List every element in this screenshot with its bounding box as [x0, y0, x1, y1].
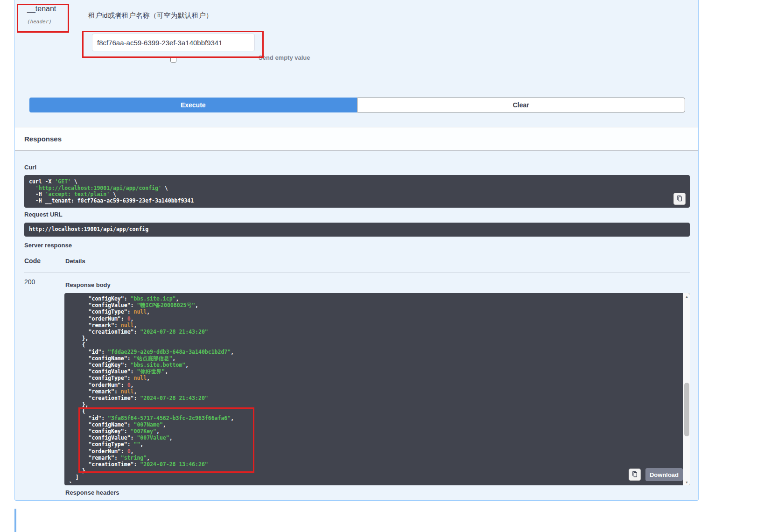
responses-title: Responses	[24, 135, 62, 143]
server-response-label: Server response	[24, 242, 72, 249]
swagger-page: __tenant (header) 租户id或者租户名称（可空为默认租户） Se…	[0, 0, 778, 532]
scroll-down-icon[interactable]: ▼	[683, 479, 690, 485]
curl-block: curl -X 'GET' \ 'http://localhost:19001/…	[24, 175, 690, 208]
response-body-scrollbar[interactable]: ▲ ▼	[683, 293, 690, 485]
scroll-up-icon[interactable]: ▲	[683, 293, 690, 300]
response-body-label: Response body	[65, 281, 111, 288]
request-url-label: Request URL	[24, 211, 63, 218]
curl-copy-button[interactable]	[673, 193, 686, 205]
details-column-header: Details	[65, 258, 85, 265]
action-button-row: Execute Clear	[29, 98, 685, 112]
request-url-text: http://localhost:19001/api/app/config	[29, 226, 148, 233]
annotation-rect-tenant-input	[82, 31, 264, 58]
clipboard-icon	[676, 195, 683, 203]
clipboard-icon	[631, 471, 638, 479]
code-column-header: Code	[24, 257, 41, 265]
status-code: 200	[24, 278, 35, 286]
execute-button[interactable]: Execute	[29, 98, 357, 112]
parameter-description: 租户id或者租户名称（可空为默认租户）	[88, 11, 213, 20]
clear-button[interactable]: Clear	[357, 98, 686, 112]
table-header-divider	[24, 273, 690, 273]
responses-section-header: Responses	[15, 127, 698, 151]
request-url-block: http://localhost:19001/api/app/config	[24, 223, 690, 237]
annotation-rect-tenant-param	[17, 4, 69, 33]
download-button[interactable]: Download	[645, 468, 683, 481]
curl-label: Curl	[24, 164, 36, 171]
send-empty-label: Send empty value	[259, 54, 310, 61]
curl-code: curl -X 'GET' \ 'http://localhost:19001/…	[29, 179, 685, 204]
response-headers-label: Response headers	[65, 489, 119, 496]
scrollbar-thumb[interactable]	[684, 383, 689, 436]
next-opblock-edge	[14, 509, 16, 532]
annotation-rect-json-object	[78, 407, 254, 473]
response-copy-button[interactable]	[629, 469, 641, 481]
